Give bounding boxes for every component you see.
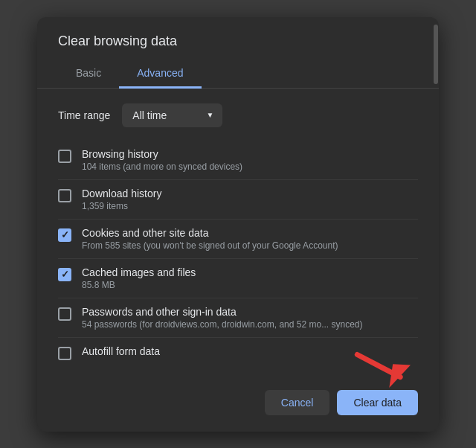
cached-images-checkbox[interactable] [58, 268, 71, 281]
autofill-checkbox[interactable] [58, 347, 71, 360]
cached-images-subtitle: 85.8 MB [82, 280, 196, 290]
browsing-history-title: Browsing history [82, 148, 242, 160]
list-item: Cached images and files 85.8 MB [58, 259, 418, 298]
scrollbar-thumb [434, 25, 438, 84]
download-history-subtitle: 1,359 items [82, 201, 161, 211]
list-item: Download history 1,359 items [58, 180, 418, 220]
dialog-footer: Cancel Clear data [37, 380, 439, 432]
download-history-checkbox[interactable] [58, 189, 71, 202]
list-item: Autofill form data [58, 338, 418, 368]
list-item: Browsing history 104 items (and more on … [58, 141, 418, 180]
list-item: Passwords and other sign-in data 54 pass… [58, 298, 418, 338]
cookies-title: Cookies and other site data [82, 227, 338, 239]
time-range-select[interactable]: Last hour Last 24 hours Last 7 days Last… [122, 103, 222, 127]
clear-browsing-data-dialog: Clear browsing data Basic Advanced Time … [37, 17, 439, 432]
passwords-subtitle: 54 passwords (for droidviews.com, droidw… [82, 319, 363, 330]
download-history-title: Download history [82, 188, 161, 199]
time-range-row: Time range Last hour Last 24 hours Last … [58, 103, 418, 127]
cookies-checkbox[interactable] [58, 228, 71, 242]
tab-basic[interactable]: Basic [58, 60, 119, 89]
cached-images-title: Cached images and files [82, 266, 196, 278]
browsing-history-subtitle: 104 items (and more on synced devices) [82, 161, 242, 172]
dialog-content: Time range Last hour Last 24 hours Last … [37, 89, 439, 380]
passwords-title: Passwords and other sign-in data [82, 306, 363, 318]
cancel-button[interactable]: Cancel [265, 390, 330, 415]
cookies-subtitle: From 585 sites (you won't be signed out … [82, 240, 338, 251]
browsing-history-checkbox[interactable] [58, 150, 71, 163]
time-range-label: Time range [58, 109, 110, 121]
dialog-title: Clear browsing data [37, 17, 439, 49]
scrollbar[interactable] [433, 17, 439, 432]
checkbox-list: Browsing history 104 items (and more on … [58, 141, 418, 368]
tab-advanced[interactable]: Advanced [119, 60, 201, 89]
time-range-select-wrapper[interactable]: Last hour Last 24 hours Last 7 days Last… [122, 103, 222, 127]
tab-bar: Basic Advanced [37, 60, 439, 89]
clear-data-button[interactable]: Clear data [337, 390, 418, 415]
autofill-title: Autofill form data [82, 345, 160, 357]
passwords-checkbox[interactable] [58, 307, 71, 321]
list-item: Cookies and other site data From 585 sit… [58, 220, 418, 259]
